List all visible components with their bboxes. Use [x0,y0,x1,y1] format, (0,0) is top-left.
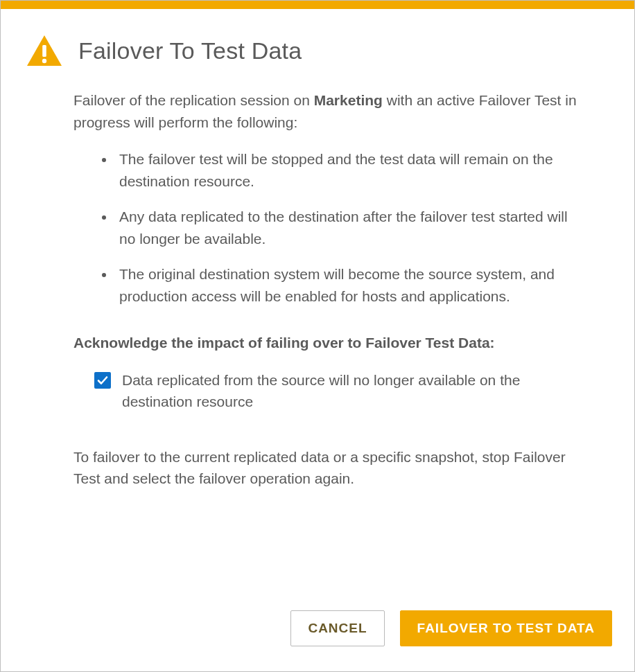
acknowledge-checkbox-row: Data replicated from the source will no … [73,369,593,413]
list-item: Any data replicated to the destination a… [115,206,593,249]
warning-icon [26,34,63,67]
acknowledge-heading: Acknowledge the impact of failing over t… [73,332,593,354]
intro-prefix: Failover of the replication session on [73,92,314,108]
dialog-content: Failover of the replication session on M… [1,85,634,610]
acknowledge-checkbox-label: Data replicated from the source will no … [122,369,593,413]
accent-bar [1,1,634,9]
dialog-footer: CANCEL FAILOVER TO TEST DATA [1,610,634,671]
intro-text: Failover of the replication session on M… [73,89,593,133]
intro-session-name: Marketing [314,92,383,108]
dialog-title: Failover To Test Data [78,37,302,64]
list-item: The failover test will be stopped and th… [115,148,593,192]
dialog-header: Failover To Test Data [1,9,634,85]
failover-dialog: Failover To Test Data Failover of the re… [0,0,635,672]
acknowledge-checkbox[interactable] [94,372,111,389]
failover-to-test-data-button[interactable]: FAILOVER TO TEST DATA [400,610,612,646]
svg-rect-0 [42,45,46,57]
cancel-button[interactable]: CANCEL [290,610,384,646]
alternative-instruction: To failover to the current replicated da… [73,446,593,490]
list-item: The original destination system will bec… [115,263,593,307]
svg-point-1 [42,59,46,63]
bullets-list: The failover test will be stopped and th… [73,148,593,307]
